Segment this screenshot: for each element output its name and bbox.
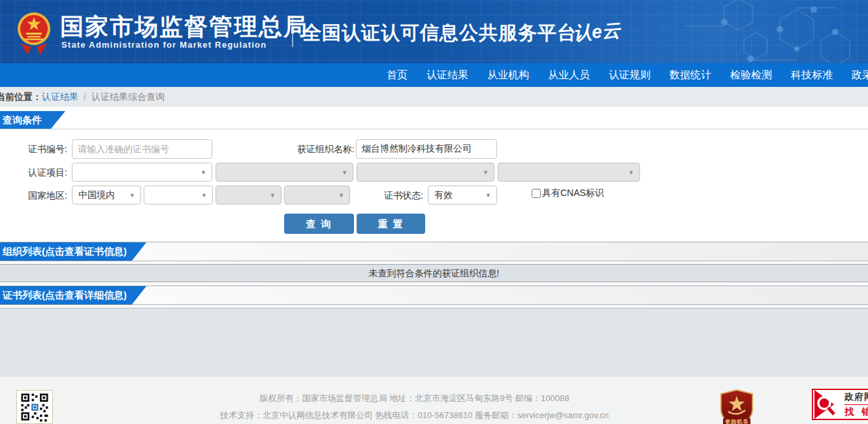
- nav-item-gov-procurement[interactable]: 政采: [852, 63, 868, 87]
- error-badge-divider: [844, 404, 868, 405]
- nav-item-cert-rules[interactable]: 认证规则: [609, 63, 651, 87]
- org-list-header-bar: 组织列表(点击查看证书信息): [0, 242, 868, 261]
- breadcrumb-separator: /: [78, 91, 91, 102]
- hexagon-decoration: [646, 0, 868, 63]
- nav-item-home[interactable]: 首页: [387, 63, 408, 87]
- site-header: 国家市场监督管理总局 State Administration for Mark…: [0, 0, 868, 63]
- org-list-tab[interactable]: 组织列表(点击查看证书信息): [0, 242, 146, 261]
- chevron-down-icon: ▼: [485, 192, 491, 199]
- cert-status-label: 证书状态:: [353, 186, 423, 205]
- error-badge-sub: 找 错: [844, 406, 868, 418]
- query-section: 查询条件 证书编号: 获证组织名称: 认证项目: ▼ ▼ ▼ ▼ 国家地区: 中…: [0, 106, 868, 242]
- agency-title-en: State Administration for Market Regulati…: [61, 40, 266, 50]
- org-name-label: 获证组织名称:: [261, 139, 355, 159]
- breadcrumb-bar: 当前位置：认证结果/认证结果综合查询: [0, 87, 868, 106]
- chevron-down-icon: ▼: [483, 169, 489, 176]
- footer-support-line: 技术支持：北京中认网信息技术有限公司 热线电话：010-56738610 服务邮…: [131, 410, 698, 421]
- gov-site-error-report-badge[interactable]: 政府网站 找 错: [812, 389, 868, 420]
- org-list-empty-message: 未查到符合条件的获证组织信息!: [0, 264, 868, 282]
- chevron-down-icon: ▼: [628, 169, 634, 176]
- header-divider: [292, 16, 293, 47]
- cert-project-select-3: ▼: [357, 163, 494, 182]
- query-conditions-tab: 查询条件: [0, 111, 65, 129]
- chevron-down-icon: ▼: [201, 192, 207, 199]
- nav-item-tech-standards[interactable]: 科技标准: [791, 63, 833, 87]
- nav-item-cert-results[interactable]: 认证结果: [426, 63, 468, 87]
- breadcrumb-link-cert-results[interactable]: 认证结果: [42, 91, 78, 102]
- chevron-down-icon: ▼: [270, 192, 276, 199]
- ren-e-yun-logo: 认e云: [573, 18, 621, 46]
- breadcrumb-current-page: 认证结果综合查询: [91, 91, 165, 102]
- party-gov-badge-label: 党政机关: [724, 419, 749, 424]
- agency-title-cn: 国家市场监督管理总局: [60, 11, 308, 43]
- nav-item-inspection[interactable]: 检验检测: [730, 63, 772, 87]
- cert-no-input[interactable]: [72, 139, 212, 159]
- party-gov-badge[interactable]: 党政机关: [719, 389, 754, 424]
- chevron-down-icon: ▼: [201, 169, 206, 176]
- nav-item-statistics[interactable]: 数据统计: [669, 63, 711, 87]
- region-label: 国家地区:: [0, 186, 67, 205]
- reset-button[interactable]: 重 置: [357, 214, 425, 234]
- cert-list-header-bar: 证书列表(点击查看详细信息): [0, 285, 868, 305]
- nav-item-institutions[interactable]: 从业机构: [487, 63, 529, 87]
- breadcrumb: 当前位置：认证结果/认证结果综合查询: [0, 87, 165, 106]
- qr-code: [16, 390, 53, 424]
- footer-copyright-line: 版权所有：国家市场监督管理总局 地址：北京市海淀区马甸东路9号 邮编：10008…: [131, 393, 698, 404]
- page-root: 国家市场监督管理总局 State Administration for Mark…: [0, 0, 868, 424]
- main-nav: 首页 认证结果 从业机构 从业人员 认证规则 数据统计 检验检测 科技标准 政采: [0, 63, 868, 87]
- chevron-down-icon: ▼: [338, 192, 344, 199]
- cert-no-label: 证书编号:: [0, 139, 67, 159]
- cert-list-tab[interactable]: 证书列表(点击查看详细信息): [0, 286, 146, 304]
- region-select-city: ▼: [216, 186, 281, 204]
- search-button[interactable]: 查 询: [284, 214, 354, 234]
- chevron-down-icon: ▼: [342, 169, 347, 176]
- platform-title: 全国认证认可信息公共服务平台: [302, 20, 577, 46]
- region-select-country[interactable]: 中国境内▼: [72, 186, 141, 204]
- breadcrumb-label: 当前位置：: [0, 91, 42, 102]
- query-tab-underline: [0, 129, 868, 129]
- magnifier-icon: [814, 390, 842, 419]
- cnas-checkbox-wrap: 具有CNAS标识: [532, 188, 604, 199]
- org-name-input[interactable]: [356, 139, 497, 159]
- cert-project-select-4: ▼: [498, 163, 640, 182]
- page-footer: 版权所有：国家市场监督管理总局 地址：北京市海淀区马甸东路9号 邮编：10008…: [0, 377, 868, 424]
- chevron-down-icon: ▼: [129, 192, 135, 199]
- nav-list: 首页 认证结果 从业机构 从业人员 认证规则 数据统计 检验检测 科技标准 政采: [387, 63, 868, 87]
- cert-project-select-1[interactable]: ▼: [72, 163, 212, 182]
- national-emblem-logo: [17, 7, 51, 57]
- nav-item-personnel[interactable]: 从业人员: [548, 63, 590, 87]
- cert-project-select-2: ▼: [216, 163, 353, 182]
- cert-project-label: 认证项目:: [0, 163, 67, 182]
- cert-list-empty-area: [0, 308, 868, 377]
- cnas-checkbox[interactable]: [532, 189, 541, 198]
- region-select-province[interactable]: ▼: [144, 186, 213, 204]
- cnas-checkbox-label: 具有CNAS标识: [542, 188, 604, 199]
- cert-status-select[interactable]: 有效▼: [428, 186, 497, 204]
- error-badge-text: 政府网站 找 错: [844, 391, 868, 418]
- error-badge-title: 政府网站: [844, 391, 868, 403]
- region-select-district: ▼: [284, 186, 350, 204]
